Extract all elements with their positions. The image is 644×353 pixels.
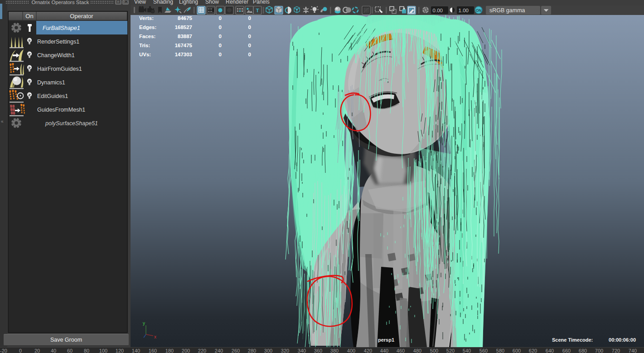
svg-text:Dynamics1: Dynamics1 <box>37 79 65 86</box>
svg-text:RenderSettings1: RenderSettings1 <box>37 39 79 45</box>
svg-text:Scene Timecode:: Scene Timecode: <box>552 337 593 343</box>
svg-text:On: On <box>25 13 33 20</box>
svg-text:1.00: 1.00 <box>459 8 469 13</box>
svg-text:sRGB gamma: sRGB gamma <box>489 7 525 14</box>
svg-text:persp1: persp1 <box>378 337 394 343</box>
svg-text:00:00:06:00: 00:00:06:00 <box>609 337 636 343</box>
svg-text:ChangeWidth1: ChangeWidth1 <box>37 52 75 59</box>
svg-text:EditGuides1: EditGuides1 <box>37 93 68 99</box>
svg-text:HairFromGuides1: HairFromGuides1 <box>37 66 82 72</box>
svg-text:FurBallShape1: FurBallShape1 <box>43 25 80 31</box>
svg-text:T: T <box>256 8 259 13</box>
svg-text:Operator: Operator <box>70 13 93 20</box>
svg-text:y: y <box>143 321 145 326</box>
svg-text:polySurfaceShape51: polySurfaceShape51 <box>45 120 98 127</box>
svg-text:ON: ON <box>476 8 482 13</box>
svg-text:GuidesFromMesh1: GuidesFromMesh1 <box>37 107 85 113</box>
svg-text:0.00: 0.00 <box>433 8 443 13</box>
svg-text:x: x <box>154 334 156 339</box>
